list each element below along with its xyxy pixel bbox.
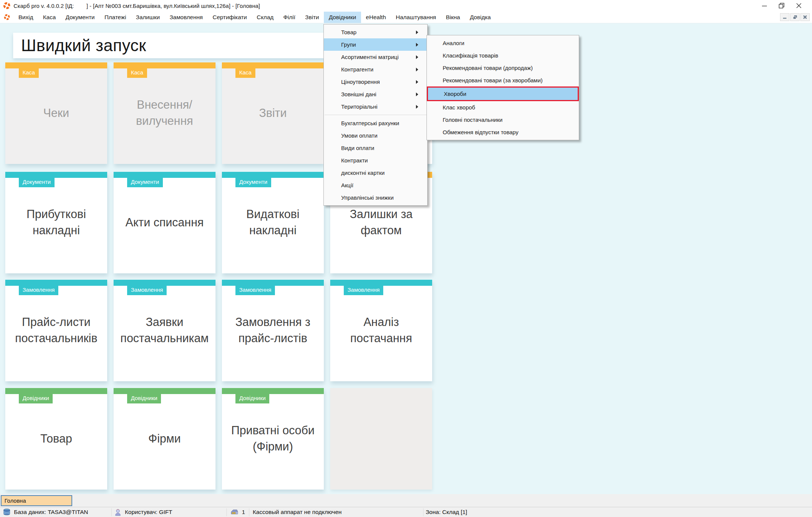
mdi-minimize-button[interactable] <box>780 13 789 21</box>
statusbar-text: База даних: TASA3@TITAN <box>14 509 88 515</box>
tile-внесення/вилучення[interactable]: КасаВнесення/вилучення <box>114 62 216 164</box>
menu-item-label: Рекомендовані товари (допродаж) <box>443 65 533 71</box>
menu-item-label: Рекомендовані товари (за хворобами) <box>443 77 543 83</box>
tile-empty <box>330 388 432 490</box>
menubar-item-документи[interactable]: Документи <box>61 12 99 23</box>
tab-holovna[interactable]: Головна <box>1 495 72 506</box>
tab-holovna-label: Головна <box>5 497 26 504</box>
menu-item-групи[interactable]: Групи <box>324 38 427 51</box>
window-close-button[interactable] <box>790 0 807 11</box>
menu-separator <box>325 115 426 115</box>
menu-item-контракти[interactable]: Контракти <box>324 154 427 167</box>
menu-item-асортиментні-матриці[interactable]: Асортиментні матриці <box>324 51 427 63</box>
tile-аналіз-постачання[interactable]: ЗамовленняАналіз постачання <box>330 280 432 381</box>
menu-item-label: Обмеження відпустки товару <box>443 129 519 135</box>
tile-видаткові-накладні[interactable]: ДокументиВидаткові накладні <box>222 172 324 273</box>
menu-item-контрагенти[interactable]: Контрагенти <box>324 63 427 76</box>
menu-item-бухгалтерські-рахунки[interactable]: Бухгалтерські рахунки <box>324 117 427 129</box>
menubar-item-довідники[interactable]: Довідники <box>324 12 361 23</box>
menubar-item-звіти[interactable]: Звіти <box>300 12 324 23</box>
menubar-item-замовлення[interactable]: Замовлення <box>165 12 208 23</box>
submenu-item-аналоги[interactable]: Аналоги <box>427 37 579 49</box>
menubar-item-вихід[interactable]: Вихід <box>14 12 38 23</box>
menu-item-акції[interactable]: Акції <box>324 179 427 191</box>
tile-прибуткові-накладні[interactable]: ДокументиПрибуткові накладні <box>5 172 107 273</box>
window-title: Скарб pro v. 4.0.0.2 [ІД: ] - [Апт №003 … <box>14 3 260 9</box>
tile-label: Замовлення з прайс-листів <box>222 280 324 381</box>
tile-label: Прибуткові накладні <box>5 172 107 273</box>
menu-item-управлінські-знижки[interactable]: Управлінські знижки <box>324 191 427 204</box>
submenu-arrow-icon <box>416 43 418 47</box>
menu-item-зовнішні-дані[interactable]: Зовнішні дані <box>324 88 427 100</box>
menubar-item-платежі[interactable]: Платежі <box>100 12 131 23</box>
statusbar-separator <box>249 508 249 516</box>
tile-label: Фірми <box>114 388 216 490</box>
menu-item-умови-оплати[interactable]: Умови оплати <box>324 129 427 142</box>
menubar-item-налаштування[interactable]: Налаштування <box>391 12 441 23</box>
statusbar-section-3: Кассовый аппарат не подключен <box>253 507 341 517</box>
statusbar-section-2: 1 <box>230 507 245 517</box>
tile-звіти[interactable]: КасаЗвіти <box>222 62 324 164</box>
menu-item-ціноутворення[interactable]: Ціноутворення <box>324 76 427 88</box>
submenu-arrow-icon <box>416 55 418 59</box>
submenu-arrow-icon <box>416 30 418 34</box>
tile-прайс-листи-постачальників[interactable]: ЗамовленняПрайс-листи постачальників <box>5 280 107 381</box>
mdi-close-button[interactable] <box>800 13 810 21</box>
window-minimize-button[interactable] <box>756 0 773 11</box>
tile-label: Аналіз постачання <box>330 280 432 381</box>
menu-item-label: Групи <box>341 41 356 48</box>
menu-item-label: Контрагенти <box>341 66 373 73</box>
tile-товар[interactable]: ДовідникиТовар <box>5 388 107 490</box>
menu-item-label: Головні постачальники <box>443 117 502 123</box>
menubar-item-філії[interactable]: Філії <box>278 12 300 23</box>
menu-item-label: дисконтні картки <box>341 170 385 176</box>
tile-чеки[interactable]: КасаЧеки <box>5 62 107 164</box>
tab-strip <box>0 494 812 507</box>
app-logo-icon <box>3 2 11 9</box>
tile-label: Чеки <box>5 62 107 164</box>
menubar-item-ehealth[interactable]: eHealth <box>361 12 391 23</box>
menubar-item-каса[interactable]: Каса <box>38 12 61 23</box>
mdi-child-icon <box>4 14 10 20</box>
submenu-item-головні-постачальники[interactable]: Головні постачальники <box>427 114 579 126</box>
tile-заявки-постачальникам[interactable]: ЗамовленняЗаявки постачальникам <box>114 280 216 381</box>
database-icon <box>3 508 11 516</box>
menu-item-label: Асортиментні матриці <box>341 54 399 60</box>
menubar-item-залишки[interactable]: Залишки <box>131 12 165 23</box>
menu-item-label: Класифікація товарів <box>443 52 498 59</box>
mdi-restore-button[interactable] <box>790 13 800 21</box>
menu-item-label: Види оплати <box>341 145 374 151</box>
dovidnyky-dropdown-menu: ТоварГрупиАсортиментні матриціКонтрагент… <box>323 24 428 206</box>
submenu-item-класифікація-товарів[interactable]: Класифікація товарів <box>427 49 579 62</box>
menubar-item-сертифікати[interactable]: Сертифікати <box>208 12 252 23</box>
menu-item-види-оплати[interactable]: Види оплати <box>324 142 427 154</box>
submenu-item-обмеження-відпустки-товару[interactable]: Обмеження відпустки товару <box>427 126 579 138</box>
submenu-item-хвороби[interactable]: Хвороби <box>427 86 579 101</box>
menubar-item-вікна[interactable]: Вікна <box>441 12 465 23</box>
tile-label: Заявки постачальникам <box>114 280 216 381</box>
tile-label: Внесення/вилучення <box>114 62 216 164</box>
tile-label: Видаткові накладні <box>222 172 324 273</box>
menu-item-label: Територіальні <box>341 103 378 110</box>
statusbar-section-4: Зона: Склад [1] <box>426 507 467 517</box>
menu-item-товар[interactable]: Товар <box>324 26 427 38</box>
menu-item-дисконтні-картки[interactable]: дисконтні картки <box>324 167 427 179</box>
submenu-item-клас-хвороб[interactable]: Клас хвороб <box>427 101 579 114</box>
menubar: ВихідКасаДокументиПлатежіЗалишкиЗамовлен… <box>0 11 812 23</box>
submenu-item-рекомендовані-товари-(допродаж)[interactable]: Рекомендовані товари (допродаж) <box>427 62 579 74</box>
submenu-arrow-icon <box>416 80 418 84</box>
menubar-item-довідка[interactable]: Довідка <box>465 12 496 23</box>
menu-item-label: Хвороби <box>444 91 466 97</box>
tile-фірми[interactable]: ДовідникиФірми <box>114 388 216 490</box>
window-restore-button[interactable] <box>773 0 790 11</box>
submenu-item-рекомендовані-товари-(за-хворобами)[interactable]: Рекомендовані товари (за хворобами) <box>427 74 579 86</box>
tile-приватні-особи-(фірми)[interactable]: ДовідникиПриватні особи (Фірми) <box>222 388 324 490</box>
submenu-arrow-icon <box>416 105 418 109</box>
menubar-item-склад[interactable]: Склад <box>252 12 278 23</box>
statusbar-section-1: Користувач: GIFT <box>114 507 172 517</box>
tile-акти-списання[interactable]: ДокументиАкти списання <box>114 172 216 273</box>
submenu-arrow-icon <box>416 92 418 96</box>
tile-замовлення-з-прайс-листів[interactable]: ЗамовленняЗамовлення з прайс-листів <box>222 280 324 381</box>
menu-item-територіальні[interactable]: Територіальні <box>324 100 427 113</box>
statusbar-text: 1 <box>242 509 245 515</box>
